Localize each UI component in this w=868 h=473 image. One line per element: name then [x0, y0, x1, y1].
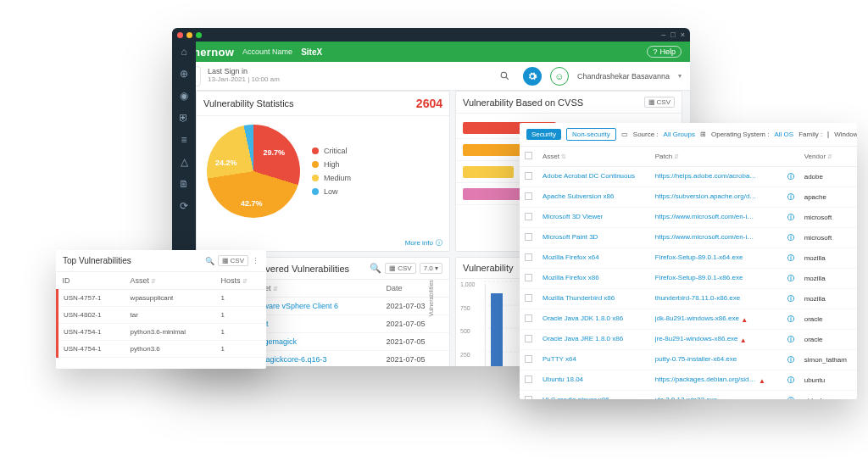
checkbox-windows[interactable]: [827, 131, 829, 138]
cell-info[interactable]: ⓘ: [782, 167, 799, 187]
cell-patch[interactable]: https://www.microsoft.com/en-in/p/paint-…: [650, 228, 782, 248]
list-icon[interactable]: ≡: [177, 133, 191, 147]
table-row[interactable]: Microsoft 3D Viewerhttps://www.microsoft…: [520, 208, 857, 228]
severity-select[interactable]: 7.0 ▾: [420, 263, 442, 274]
cell-select[interactable]: [520, 269, 537, 289]
checkbox[interactable]: [525, 213, 532, 220]
table-row[interactable]: Adobe Acrobat DC Continuoushttps://helps…: [520, 167, 857, 187]
cell-info[interactable]: ⓘ: [782, 187, 799, 208]
cell-asset[interactable]: gedit: [247, 315, 381, 333]
help-button[interactable]: ? Help: [647, 46, 682, 58]
checkbox[interactable]: [525, 376, 532, 383]
checkbox[interactable]: [525, 274, 532, 281]
cell-info[interactable]: ⓘ: [782, 289, 799, 309]
cell-info[interactable]: ⓘ: [782, 350, 799, 370]
cell-info[interactable]: ⓘ: [782, 370, 799, 391]
cell-id[interactable]: USN-4754-1: [58, 324, 125, 341]
window-close-icon[interactable]: [177, 32, 183, 38]
checkbox[interactable]: [525, 355, 532, 363]
cell-asset[interactable]: imagemagick: [247, 333, 381, 351]
cell-select[interactable]: [520, 391, 537, 400]
cell-asset[interactable]: Ubuntu 18.04: [537, 370, 650, 391]
cell-info[interactable]: ⓘ: [782, 208, 799, 228]
cell-select[interactable]: [520, 167, 537, 187]
cell-asset[interactable]: libmagickcore-6.q16-3: [247, 351, 381, 367]
cell-select[interactable]: [520, 330, 537, 350]
cell-asset[interactable]: Microsoft 3D Viewer: [537, 208, 650, 228]
cell-asset[interactable]: Oracle Java JDK 1.8.0 x86: [537, 309, 650, 330]
close-button[interactable]: ×: [681, 31, 685, 39]
cell-asset[interactable]: Microsoft Paint 3D: [537, 228, 650, 248]
checkbox[interactable]: [525, 396, 532, 399]
tab-nonsecurity[interactable]: Non-security: [566, 128, 616, 141]
cell-asset[interactable]: Mozilla Thunderbird x86: [537, 289, 650, 309]
cell-select[interactable]: [520, 208, 537, 228]
table-row[interactable]: USN-4802-1tar1: [58, 307, 267, 324]
tab-security[interactable]: Security: [526, 129, 561, 140]
table-row[interactable]: VLC media player x86vlc-3.0.12-win32.exe…: [520, 391, 857, 400]
maximize-button[interactable]: □: [670, 31, 675, 39]
table-row[interactable]: PuTTY x64putty-0.75-installer-x64.exe ⓘs…: [520, 350, 857, 370]
col-date[interactable]: Date: [381, 280, 449, 298]
cell-info[interactable]: ⓘ: [782, 248, 799, 269]
cell-select[interactable]: [520, 289, 537, 309]
checkbox[interactable]: [525, 253, 532, 261]
doc-icon[interactable]: 🗎: [177, 177, 191, 191]
cell-patch[interactable]: Firefox-Setup-89.0.1-x86.exe: [650, 269, 782, 289]
export-csv-button[interactable]: ▦ CSV: [644, 97, 675, 108]
cell-info[interactable]: ⓘ: [782, 269, 799, 289]
checkbox[interactable]: [525, 294, 532, 302]
checkbox[interactable]: [525, 335, 532, 342]
col-hosts[interactable]: Hosts⇵: [216, 272, 266, 290]
table-row[interactable]: Ubuntu 18.04https://packages.debian.org/…: [520, 370, 857, 391]
export-csv-button[interactable]: ▦CSV: [218, 255, 248, 266]
cell-asset[interactable]: Adobe Acrobat DC Continuous: [537, 167, 650, 187]
checkbox-all[interactable]: [525, 152, 532, 159]
home-icon[interactable]: ⌂: [177, 45, 191, 58]
table-row[interactable]: USN-4757-1wpasupplicant1: [58, 290, 267, 307]
cell-patch[interactable]: vlc-3.0.12-win32.exe: [650, 391, 782, 400]
export-csv-button[interactable]: ▦CSV: [385, 263, 415, 274]
cell-asset[interactable]: Mozilla Firefox x64: [537, 248, 650, 269]
table-row[interactable]: Mozilla Thunderbird x86thunderbird-78.11…: [520, 289, 857, 309]
checkbox[interactable]: [525, 233, 532, 241]
search-icon[interactable]: [496, 67, 515, 86]
cell-patch[interactable]: Firefox-Setup-89.0.1-x64.exe: [650, 248, 782, 269]
checkbox[interactable]: [525, 314, 532, 322]
search-icon[interactable]: 🔍: [370, 263, 381, 274]
table-row[interactable]: Mozilla Firefox x86Firefox-Setup-89.0.1-…: [520, 269, 857, 289]
col-patch[interactable]: Patch⇵: [650, 147, 782, 167]
cell-select[interactable]: [520, 350, 537, 370]
cell-asset[interactable]: Apache Subversion x86: [537, 187, 650, 208]
cell-asset[interactable]: PuTTY x64: [537, 350, 650, 370]
gear-icon[interactable]: [523, 67, 542, 86]
cell-patch[interactable]: putty-0.75-installer-x64.exe: [650, 350, 782, 370]
org-icon[interactable]: ⊕: [177, 67, 191, 81]
cell-info[interactable]: ⓘ: [782, 228, 799, 248]
cell-id[interactable]: USN-4754-1: [58, 341, 125, 358]
cell-patch[interactable]: https://subversion.apache.org/download.c…: [650, 187, 782, 208]
table-row[interactable]: USN-4754-1python3.6-minimal1: [58, 324, 267, 341]
cell-info[interactable]: ⓘ: [782, 309, 799, 330]
col-asset[interactable]: Asset⇵: [125, 272, 216, 290]
alert-icon[interactable]: △: [177, 155, 191, 169]
menu-icon[interactable]: ⋮: [252, 257, 259, 265]
col-asset[interactable]: Asset⇅: [537, 147, 650, 167]
col-id[interactable]: ID: [58, 272, 125, 290]
cell-asset[interactable]: Mozilla Firefox x86: [537, 269, 650, 289]
shield-icon[interactable]: ⛨: [177, 111, 191, 125]
window-minimize-icon[interactable]: [186, 32, 192, 38]
table-row[interactable]: Apache Subversion x86https://subversion.…: [520, 187, 857, 208]
cell-select[interactable]: [520, 248, 537, 269]
checkbox[interactable]: [525, 192, 532, 200]
cycle-icon[interactable]: ⟳: [177, 199, 191, 213]
window-maximize-icon[interactable]: [196, 32, 202, 38]
cell-asset[interactable]: VLC media player x86: [537, 391, 650, 400]
cell-patch[interactable]: jdk-8u291-windows-x86.exe ▲: [650, 309, 782, 330]
cell-patch[interactable]: https://packages.debian.org/sid/server-x…: [650, 370, 782, 391]
table-row[interactable]: Mozilla Firefox x64Firefox-Setup-89.0.1-…: [520, 248, 857, 269]
table-row[interactable]: USN-4754-1python3.61: [58, 341, 267, 358]
cell-asset[interactable]: VMware vSphere Client 6: [247, 298, 381, 315]
cell-select[interactable]: [520, 228, 537, 248]
cell-id[interactable]: USN-4802-1: [58, 307, 125, 324]
